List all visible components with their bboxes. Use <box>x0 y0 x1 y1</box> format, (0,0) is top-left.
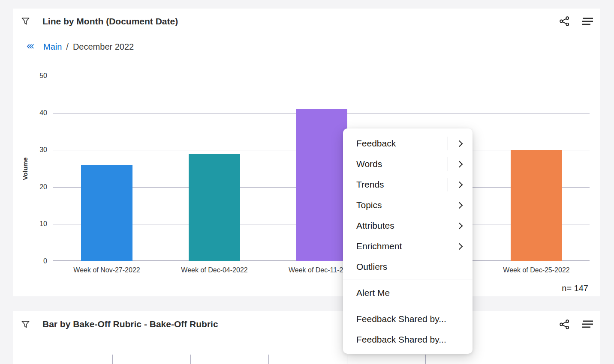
share-icon[interactable] <box>559 15 570 27</box>
line-widget-header: Line by Month (Document Date) <box>13 9 600 34</box>
menu-divider <box>343 280 473 280</box>
breadcrumb-link-main[interactable]: Main <box>43 42 62 52</box>
dashboard-screen: Line by Month (Document Date) ‹‹‹ Main <box>0 0 614 364</box>
y-tick-label: 0 <box>43 257 47 265</box>
vertical-gridline <box>504 355 504 364</box>
vertical-gridline <box>112 355 113 364</box>
y-tick-label: 20 <box>39 183 47 191</box>
line-widget-title: Line by Month (Document Date) <box>42 16 178 27</box>
y-tick-label: 30 <box>39 146 47 154</box>
bar-widget-actions <box>559 319 593 330</box>
sample-size-label: n= 147 <box>562 283 588 293</box>
menu-item-label: Feedback <box>356 138 448 149</box>
y-tick-label: 50 <box>39 72 47 80</box>
breadcrumb-current: December 2022 <box>73 42 134 52</box>
menu-item-label: Enrichment <box>356 241 457 251</box>
menu-item-label: Trends <box>356 179 448 190</box>
vertical-gridline <box>62 355 62 364</box>
bar-widget-header: Bar by Bake-Off Rubric - Bake-Off Rubric <box>13 311 600 337</box>
y-axis-label: Volume <box>21 157 29 180</box>
bar-week-of-dec-11-2022[interactable] <box>296 109 347 261</box>
bar-week-of-dec-25-2022[interactable] <box>511 150 562 261</box>
menu-icon[interactable] <box>581 17 593 26</box>
menu-item-outliers[interactable]: Outliers <box>343 257 473 277</box>
x-tick-label: Week of Nov-27-2022 <box>73 266 140 274</box>
x-tick-label: Week of Dec-25-2022 <box>503 266 569 274</box>
menu-item-label: Feedback Shared by... <box>356 334 463 345</box>
share-icon[interactable] <box>559 319 570 330</box>
menu-item-enrichment[interactable]: Enrichment <box>343 236 473 257</box>
menu-item-separator <box>448 157 448 171</box>
breadcrumb: ‹‹‹ Main / December 2022 <box>13 34 134 59</box>
chevron-right-icon <box>456 161 463 167</box>
bar-week-of-dec-04-2022[interactable] <box>189 154 240 261</box>
chevron-right-icon <box>456 181 463 188</box>
filter-icon[interactable] <box>21 16 30 26</box>
menu-icon[interactable] <box>581 320 593 328</box>
menu-item-feedback-shared-by[interactable]: Feedback Shared by... <box>343 329 473 350</box>
vertical-gridline <box>268 355 269 364</box>
menu-item-trends[interactable]: Trends <box>343 174 473 195</box>
bar-week-of-nov-27-2022[interactable] <box>81 165 132 261</box>
x-tick-label: Week of Dec-04-2022 <box>181 266 247 274</box>
menu-item-words[interactable]: Words <box>343 154 473 174</box>
chevron-right-icon <box>456 202 463 209</box>
line-widget-actions <box>559 15 593 27</box>
chevron-right-icon <box>456 243 463 250</box>
menu-item-label: Outliers <box>356 262 463 272</box>
bar-widget-title: Bar by Bake-Off Rubric - Bake-Off Rubric <box>42 319 218 329</box>
menu-item-attributes[interactable]: Attributes <box>343 215 473 236</box>
menu-item-label: Feedback Shared by... <box>356 314 463 324</box>
menu-item-feedback-shared-by[interactable]: Feedback Shared by... <box>343 309 473 329</box>
menu-item-feedback[interactable]: Feedback <box>343 133 473 154</box>
menu-item-label: Attributes <box>356 221 457 231</box>
bar-widget-panel: Bar by Bake-Off Rubric - Bake-Off Rubric <box>13 311 600 364</box>
filter-icon[interactable] <box>21 319 30 329</box>
gridline-y-50 <box>53 76 590 76</box>
context-menu: FeedbackWordsTrendsTopicsAttributesEnric… <box>343 128 473 354</box>
vertical-gridline <box>347 355 347 364</box>
menu-item-alert-me[interactable]: Alert Me <box>343 283 473 303</box>
menu-item-topics[interactable]: Topics <box>343 195 473 215</box>
line-widget-panel: Line by Month (Document Date) ‹‹‹ Main <box>13 9 600 296</box>
vertical-gridline <box>425 355 426 364</box>
chevron-right-icon <box>456 222 463 229</box>
y-tick-label: 10 <box>39 220 47 228</box>
menu-item-separator <box>448 178 448 191</box>
breadcrumb-collapse-icon[interactable]: ‹‹‹ <box>27 41 33 53</box>
chevron-right-icon <box>456 140 463 147</box>
menu-item-separator <box>448 137 448 150</box>
menu-item-label: Words <box>356 159 448 169</box>
vertical-gridline <box>190 355 191 364</box>
menu-item-label: Alert Me <box>356 288 463 298</box>
y-tick-label: 40 <box>39 109 47 117</box>
bar-chart-plot-area: Volume 01020304050Week of Nov-27-2022Wee… <box>53 76 590 261</box>
menu-item-label: Topics <box>356 200 457 210</box>
menu-divider <box>343 306 473 306</box>
breadcrumb-separator: / <box>66 42 69 52</box>
